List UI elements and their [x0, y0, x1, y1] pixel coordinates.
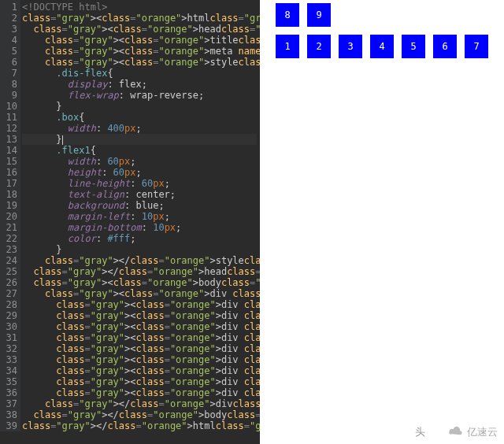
code-editor[interactable]: 1234567891011121314151617181920212223242… [0, 0, 260, 444]
code-line[interactable]: } [22, 244, 257, 255]
line-number-gutter: 1234567891011121314151617181920212223242… [0, 0, 20, 431]
preview-pane: 123456789 头 亿速云 [260, 0, 504, 444]
code-line[interactable]: class="gray"></class="orange">divclass="… [22, 398, 257, 409]
code-line[interactable]: height: 60px; [22, 167, 257, 178]
line-number: 8 [0, 79, 20, 90]
line-number: 16 [0, 167, 20, 178]
line-number: 35 [0, 376, 20, 387]
flex-item: 9 [307, 3, 331, 27]
line-number: 15 [0, 156, 20, 167]
code-line[interactable]: class="gray"></class="orange">headclass=… [22, 266, 257, 277]
code-line[interactable]: } [22, 101, 257, 112]
flex-item: 2 [307, 35, 331, 58]
flex-container: 123456789 [268, 3, 504, 66]
code-line[interactable]: .dis-flex{ [22, 68, 257, 79]
code-line[interactable]: class="gray"><class="orange">div class="… [22, 288, 257, 299]
line-number: 28 [0, 299, 20, 310]
line-number: 18 [0, 189, 20, 200]
line-number: 3 [0, 24, 20, 35]
line-number: 14 [0, 145, 20, 156]
line-number: 7 [0, 68, 20, 79]
code-line[interactable]: class="gray"><class="orange">div class="… [22, 354, 257, 365]
flex-item: 5 [402, 35, 425, 58]
code-line[interactable]: display: flex; [22, 79, 257, 90]
line-number: 17 [0, 178, 20, 189]
code-line[interactable]: } [22, 134, 257, 145]
code-line[interactable]: class="gray"></class="orange">styleclass… [22, 255, 257, 266]
line-number: 24 [0, 255, 20, 266]
line-number: 27 [0, 288, 20, 299]
line-number: 31 [0, 332, 20, 343]
line-number: 11 [0, 112, 20, 123]
line-number: 19 [0, 200, 20, 211]
line-number: 39 [0, 420, 20, 431]
line-number: 37 [0, 398, 20, 409]
code-line[interactable]: margin-bottom: 10px; [22, 222, 257, 233]
code-line[interactable]: .flex1{ [22, 145, 257, 156]
line-number: 20 [0, 211, 20, 222]
code-line[interactable]: class="gray"><class="orange">div class="… [22, 321, 257, 332]
app-root: 1234567891011121314151617181920212223242… [0, 0, 504, 444]
code-line[interactable]: margin-left: 10px; [22, 211, 257, 222]
line-number: 12 [0, 123, 20, 134]
code-line[interactable]: class="gray"><class="orange">div class="… [22, 376, 257, 387]
code-line[interactable]: class="gray"><class="orange">titleclass=… [22, 35, 257, 46]
code-line[interactable]: class="gray"><class="orange">div class="… [22, 299, 257, 310]
flex-item: 6 [433, 35, 457, 58]
svg-point-0 [449, 431, 452, 434]
code-line[interactable]: class="gray"></class="orange">htmlclass=… [22, 420, 257, 431]
code-line[interactable]: class="gray"><class="orange">meta name="… [22, 46, 257, 57]
code-line[interactable]: class="gray"></class="orange">bodyclass=… [22, 409, 257, 420]
code-line[interactable]: width: 60px; [22, 156, 257, 167]
watermark-text: 亿速云 [467, 425, 498, 439]
code-line[interactable]: class="gray"><class="orange">div class="… [22, 343, 257, 354]
code-line[interactable]: text-align: center; [22, 189, 257, 200]
line-number: 6 [0, 57, 20, 68]
line-number: 38 [0, 409, 20, 420]
watermark-left: 头 [415, 425, 425, 439]
code-line[interactable]: .box{ [22, 112, 257, 123]
code-line[interactable]: color: #fff; [22, 233, 257, 244]
code-line[interactable]: line-height: 60px; [22, 178, 257, 189]
line-number: 36 [0, 387, 20, 398]
line-number: 22 [0, 233, 20, 244]
code-line[interactable]: class="gray"><class="orange">headclass="… [22, 24, 257, 35]
code-line[interactable]: class="gray"><class="orange">div class="… [22, 365, 257, 376]
code-line[interactable]: class="gray"><class="orange">styleclass=… [22, 57, 257, 68]
line-number: 29 [0, 310, 20, 321]
line-number: 2 [0, 13, 20, 24]
code-line[interactable]: <!DOCTYPE html> [22, 2, 257, 13]
code-line[interactable]: class="gray"><class="orange">div class="… [22, 387, 257, 398]
line-number: 25 [0, 266, 20, 277]
line-number: 26 [0, 277, 20, 288]
line-number: 23 [0, 244, 20, 255]
code-line[interactable]: class="gray"><class="orange">div class="… [22, 310, 257, 321]
flex-item: 1 [276, 35, 299, 58]
line-number: 34 [0, 365, 20, 376]
code-line[interactable]: class="gray"><class="orange">div class="… [22, 332, 257, 343]
flex-item: 7 [465, 35, 488, 58]
line-number: 32 [0, 343, 20, 354]
watermark-brand: 亿速云 [448, 425, 498, 439]
line-number: 30 [0, 321, 20, 332]
flex-item: 4 [370, 35, 394, 58]
line-number: 1 [0, 2, 20, 13]
code-line[interactable]: flex-wrap: wrap-reverse; [22, 90, 257, 101]
code-line[interactable]: width: 400px; [22, 123, 257, 134]
line-number: 4 [0, 35, 20, 46]
code-line[interactable]: background: blue; [22, 200, 257, 211]
cloud-icon [448, 426, 464, 439]
line-number: 13 [0, 134, 20, 145]
code-area[interactable]: <!DOCTYPE html>class="gray"><class="oran… [20, 0, 260, 433]
flex-item: 3 [339, 35, 362, 58]
code-line[interactable]: class="gray"><class="orange">htmlclass="… [22, 13, 257, 24]
line-number: 21 [0, 222, 20, 233]
flex-item: 8 [276, 3, 299, 27]
line-number: 9 [0, 90, 20, 101]
code-line[interactable]: class="gray"><class="orange">bodyclass="… [22, 277, 257, 288]
line-number: 10 [0, 101, 20, 112]
line-number: 5 [0, 46, 20, 57]
line-number: 33 [0, 354, 20, 365]
